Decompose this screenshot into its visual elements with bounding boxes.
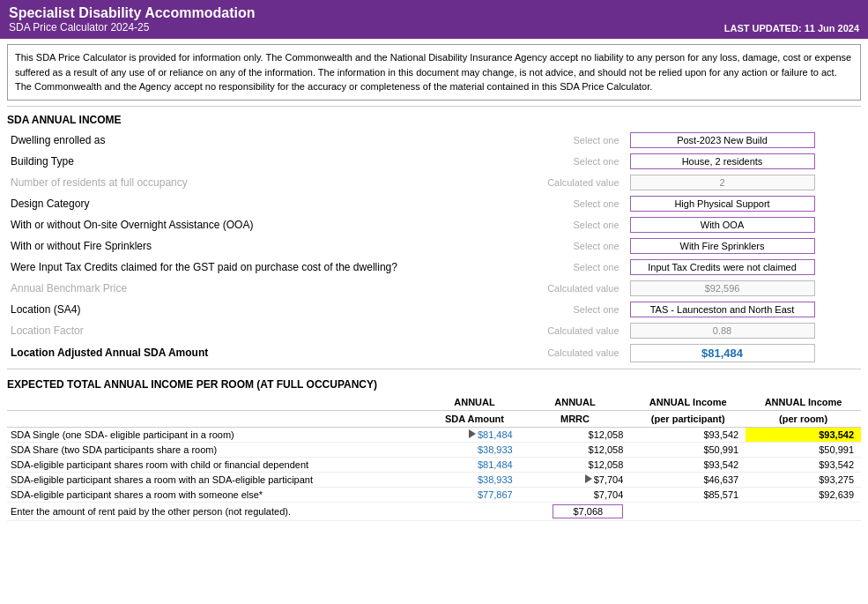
income-row-type-2: SDA-eligible participant shares room wit… xyxy=(7,457,429,472)
disclaimer-text: This SDA Price Calculator is provided fo… xyxy=(15,52,851,92)
field-type-label-dwelling_enrolled: Select one xyxy=(519,130,626,151)
field-value-itc[interactable]: Input Tax Credits were not claimed xyxy=(627,257,861,278)
field-type-label-design_category: Select one xyxy=(519,193,626,214)
field-value-location_factor: 0.88 xyxy=(627,320,861,341)
triangle-icon xyxy=(585,474,592,483)
income-row-per-room-2: $93,542 xyxy=(746,457,861,472)
field-type-label-ooa: Select one xyxy=(519,214,626,235)
field-value-annual_benchmark: $92,596 xyxy=(627,278,861,299)
income-row-mrrc-0: $12,058 xyxy=(520,427,631,442)
field-label-design_category: Design Category xyxy=(7,193,519,214)
income-row-per-room-1: $50,991 xyxy=(746,442,861,457)
income-col-header-annual_sda: ANNUAL xyxy=(429,394,519,411)
income-row-type-4: SDA-eligible participant shares a room w… xyxy=(7,487,429,502)
page-subtitle: SDA Price Calculator 2024-25 xyxy=(9,21,255,34)
field-type-label-building_type: Select one xyxy=(519,151,626,172)
income-row-per-participant-2: $93,542 xyxy=(630,457,746,472)
income-row-mrrc-3: $7,704 xyxy=(520,472,631,487)
field-label-location_factor: Location Factor xyxy=(7,320,519,341)
income-row-type-0: SDA Single (one SDA- eligible participan… xyxy=(7,427,429,442)
income-col-subheader-annual_per_room: (per room) xyxy=(746,410,861,427)
income-col-subheader-annual_per_participant: (per participant) xyxy=(630,410,746,427)
income-row-per-participant-5 xyxy=(630,502,746,520)
income-row-sda-1: $38,933 xyxy=(429,442,519,457)
field-label-building_type: Building Type xyxy=(7,151,519,172)
field-label-location_adjusted: Location Adjusted Annual SDA Amount xyxy=(7,341,519,365)
income-table: ANNUALANNUALANNUAL IncomeANNUAL IncomeSD… xyxy=(7,394,861,521)
page-header: Specialist Disability Accommodation SDA … xyxy=(0,0,868,39)
divider-2 xyxy=(7,369,861,369)
field-type-label-num_residents: Calculated value xyxy=(519,172,626,193)
last-updated: LAST UPDATED: 11 Jun 2024 xyxy=(724,23,859,34)
field-type-label-location_factor: Calculated value xyxy=(519,320,626,341)
field-type-label-location: Select one xyxy=(519,299,626,320)
field-value-building_type[interactable]: House, 2 residents xyxy=(627,151,861,172)
income-row-per-room-3: $93,275 xyxy=(746,472,861,487)
income-row-type-5: Enter the amount of rent paid by the oth… xyxy=(7,502,429,520)
field-value-dwelling_enrolled[interactable]: Post-2023 New Build xyxy=(627,130,861,151)
field-label-location: Location (SA4) xyxy=(7,299,519,320)
income-section: EXPECTED TOTAL ANNUAL INCOME PER ROOM (A… xyxy=(7,378,861,391)
field-value-fire_sprinklers[interactable]: With Fire Sprinklers xyxy=(627,235,861,257)
field-type-label-fire_sprinklers: Select one xyxy=(519,235,626,257)
field-type-label-annual_benchmark: Calculated value xyxy=(519,278,626,299)
income-row-sda-5 xyxy=(429,502,519,520)
income-col-header-type xyxy=(7,394,429,411)
field-value-ooa[interactable]: With OOA xyxy=(627,214,861,235)
last-updated-date: 11 Jun 2024 xyxy=(805,23,859,34)
income-row-per-room-5 xyxy=(746,502,861,520)
income-row-mrrc-5[interactable]: $7,068 xyxy=(520,502,631,520)
field-label-num_residents: Number of residents at full occupancy xyxy=(7,172,519,193)
page-title: Specialist Disability Accommodation xyxy=(9,5,255,21)
income-row-1: SDA Share (two SDA participants share a … xyxy=(7,442,861,457)
income-row-2: SDA-eligible participant shares room wit… xyxy=(7,457,861,472)
income-row-sda-2: $81,484 xyxy=(429,457,519,472)
income-row-per-participant-1: $50,991 xyxy=(630,442,746,457)
disclaimer-box: This SDA Price Calculator is provided fo… xyxy=(7,44,861,101)
income-row-sda-3: $38,933 xyxy=(429,472,519,487)
income-row-5: Enter the amount of rent paid by the oth… xyxy=(7,502,861,520)
field-value-location_adjusted: $81,484 xyxy=(627,341,861,365)
income-row-mrrc-2: $12,058 xyxy=(520,457,631,472)
income-row-per-participant-3: $46,637 xyxy=(630,472,746,487)
field-type-label-location_adjusted: Calculated value xyxy=(519,341,626,365)
income-section-title: EXPECTED TOTAL ANNUAL INCOME PER ROOM (A… xyxy=(7,378,377,391)
field-label-itc: Were Input Tax Credits claimed for the G… xyxy=(7,257,519,278)
income-row-sda-4: $77,867 xyxy=(429,487,519,502)
income-row-4: SDA-eligible participant shares a room w… xyxy=(7,487,861,502)
rent-amount-input[interactable]: $7,068 xyxy=(553,504,623,518)
field-value-num_residents: 2 xyxy=(627,172,861,193)
last-updated-label: LAST UPDATED: xyxy=(724,23,802,34)
income-col-header-annual_per_participant: ANNUAL Income xyxy=(630,394,746,411)
income-row-type-3: SDA-eligible participant shares a room w… xyxy=(7,472,429,487)
income-col-subheader-annual_mrrc: MRRC xyxy=(520,410,631,427)
income-row-per-room-4: $92,639 xyxy=(746,487,861,502)
income-row-sda-0: $81,484 xyxy=(429,427,519,442)
income-row-mrrc-4: $7,704 xyxy=(520,487,631,502)
income-row-per-participant-4: $85,571 xyxy=(630,487,746,502)
income-col-subheader-annual_sda: SDA Amount xyxy=(429,410,519,427)
income-col-subheader-type xyxy=(7,410,429,427)
annual-income-title: SDA ANNUAL INCOME xyxy=(7,114,861,126)
income-row-3: SDA-eligible participant shares a room w… xyxy=(7,472,861,487)
field-value-design_category[interactable]: High Physical Support xyxy=(627,193,861,214)
income-row-mrrc-1: $12,058 xyxy=(520,442,631,457)
income-col-header-annual_mrrc: ANNUAL xyxy=(520,394,631,411)
field-label-fire_sprinklers: With or without Fire Sprinklers xyxy=(7,235,519,257)
income-col-header-annual_per_room: ANNUAL Income xyxy=(746,394,861,411)
divider-1 xyxy=(7,106,861,107)
field-label-ooa: With or without On-site Overnight Assist… xyxy=(7,214,519,235)
field-label-dwelling_enrolled: Dwelling enrolled as xyxy=(7,130,519,151)
income-row-type-1: SDA Share (two SDA participants share a … xyxy=(7,442,429,457)
field-type-label-itc: Select one xyxy=(519,257,626,278)
income-row-per-participant-0: $93,542 xyxy=(630,427,746,442)
income-row-per-room-0: $93,542 xyxy=(746,427,861,442)
form-table: Dwelling enrolled asSelect onePost-2023 … xyxy=(7,130,861,365)
field-value-location[interactable]: TAS - Launceston and North East xyxy=(627,299,861,320)
income-row-0: SDA Single (one SDA- eligible participan… xyxy=(7,427,861,442)
triangle-icon xyxy=(469,429,476,438)
field-label-annual_benchmark: Annual Benchmark Price xyxy=(7,278,519,299)
